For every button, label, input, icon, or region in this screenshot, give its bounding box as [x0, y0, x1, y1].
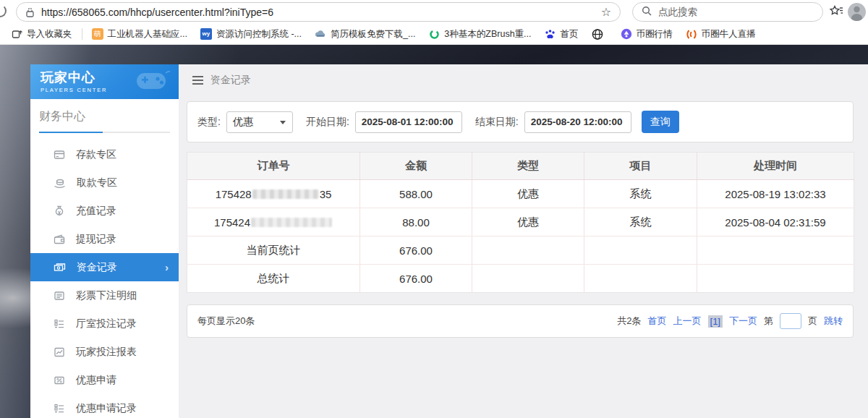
search-icon: [642, 6, 652, 19]
bookmark-label: 首页: [561, 28, 579, 40]
bookmark-label: 资源访问控制系统 -...: [216, 28, 302, 40]
bookmark-star-icon[interactable]: ☆: [601, 5, 611, 19]
sidebar-item-player-bet-report[interactable]: 玩家投注报表: [30, 338, 179, 366]
start-date-input[interactable]: [355, 111, 462, 133]
col-amount: 金额: [360, 153, 472, 180]
gamepad-icon: [134, 70, 171, 98]
breadcrumb: 资金记录: [179, 64, 868, 96]
meng-orange-icon: 萌: [92, 28, 103, 40]
coupon-icon: [54, 375, 65, 386]
players-center-logo: 玩家中心 PLAYERS CENTER: [30, 64, 179, 99]
sidebar-item-label: 优惠申请记录: [76, 402, 137, 415]
sidebar-item-deposit-zone[interactable]: 存款专区: [30, 140, 179, 169]
fund-records-table: 订单号 金额 类型 项目 处理时间 17542835 588.00 优惠 系统 …: [187, 152, 854, 293]
table-header-row: 订单号 金额 类型 项目 处理时间: [187, 153, 854, 180]
sidebar-item-promo-apply-records[interactable]: 优惠申请记录: [30, 394, 179, 418]
page-background: 玩家中心 PLAYERS CENTER 财务中心 存款专区 取款专区 充值记录 …: [0, 45, 868, 418]
wallet-icon: [54, 234, 65, 245]
profile-avatar[interactable]: [848, 3, 866, 21]
end-date-label: 结束日期:: [475, 116, 519, 129]
section-divider: [39, 132, 170, 133]
money-bag-icon: [54, 205, 65, 217]
sidebar-item-label: 厅室投注记录: [76, 317, 137, 330]
table-row: 17542835 588.00 优惠 系统 2025-08-19 13:02:3…: [187, 180, 854, 208]
globe-icon: [592, 28, 603, 40]
total-count: 共2条: [617, 315, 641, 328]
jump-page-input[interactable]: [780, 313, 801, 329]
bookmark-item[interactable]: 3种基本的ZBrush重...: [422, 28, 537, 40]
sidebar-item-lottery-bet-details[interactable]: 彩票下注明细: [30, 281, 179, 310]
menu-toggle-icon[interactable]: [192, 76, 203, 85]
search-box[interactable]: 点此搜索: [632, 2, 823, 22]
pagination-bar: 每页显示20条 共2条 首页 上一页 [1] 下一页 第 页 跳转: [187, 304, 854, 338]
summary-row-total: 总统计 676.00: [187, 265, 854, 293]
baidu-paw-icon: [545, 28, 556, 40]
sidebar-item-fund-records[interactable]: 资金记录 ›: [30, 253, 179, 281]
bookmark-label: 简历模板免费下载_...: [331, 28, 415, 40]
summary-amount: 676.00: [360, 236, 472, 265]
cloud-icon: [315, 28, 326, 40]
col-order-no: 订单号: [187, 153, 360, 180]
project-cell: 系统: [584, 208, 697, 236]
type-cell: 优惠: [472, 180, 584, 208]
report-chart-icon: [54, 346, 65, 358]
bookmark-item[interactable]: 币圈行情: [614, 28, 679, 40]
sidebar-item-hall-bet-records[interactable]: 厅室投注记录: [30, 310, 179, 338]
bookmark-item[interactable]: 首页: [538, 28, 585, 40]
masked-digits: [252, 189, 319, 199]
search-placeholder: 点此搜索: [658, 6, 697, 19]
list-icon: [54, 403, 65, 414]
first-page-link[interactable]: 首页: [648, 315, 667, 328]
bookmark-item[interactable]: 简历模板免费下载_...: [308, 28, 422, 40]
order-no-cell: 175424: [187, 208, 360, 236]
current-page[interactable]: [1]: [708, 315, 723, 328]
bookmark-item[interactable]: 币圈牛人直播: [679, 28, 762, 40]
table-row: 175424 88.00 优惠 系统 2025-08-04 02:31:59: [187, 208, 854, 236]
jump-prefix: 第: [764, 315, 773, 328]
sidebar-item-label: 提现记录: [76, 233, 116, 246]
sidebar-section-title: 财务中心: [30, 99, 179, 132]
bookmark-label: 导入收藏夹: [27, 28, 72, 40]
green-ring-icon: [428, 28, 440, 40]
end-date-input[interactable]: [524, 111, 631, 133]
prev-page-link[interactable]: 上一页: [673, 315, 702, 328]
summary-amount: 676.00: [360, 265, 472, 293]
reload-icon[interactable]: [0, 4, 7, 17]
sidebar-item-promo-apply[interactable]: 优惠申请: [30, 366, 179, 394]
sidebar-item-label: 玩家投注报表: [76, 346, 137, 359]
time-cell: 2025-08-04 02:31:59: [697, 208, 854, 236]
jump-button[interactable]: 跳转: [824, 315, 843, 328]
col-type: 类型: [472, 153, 584, 180]
start-date-label: 开始日期:: [306, 116, 349, 129]
sidebar-item-label: 充值记录: [76, 205, 116, 218]
project-cell: 系统: [584, 180, 697, 208]
chevron-right-icon: ›: [165, 261, 169, 273]
banknote-icon: [54, 262, 66, 273]
list-doc-icon: [54, 290, 65, 302]
amount-cell: 88.00: [360, 208, 472, 236]
bookmark-item[interactable]: wy 资源访问控制系统 -...: [194, 28, 308, 40]
url-bar[interactable]: https://658065.com/hhcp/usercenter.html?…: [16, 2, 621, 22]
main-content: 资金记录 类型: 优惠 开始日期: 结束日期: 查询 订单号 金额 类型 项目 …: [179, 64, 868, 418]
bookmark-label: 币圈行情: [637, 28, 673, 40]
next-page-link[interactable]: 下一页: [729, 315, 757, 328]
sidebar-item-label: 存款专区: [76, 148, 116, 161]
sidebar-item-withdraw-records[interactable]: 提现记录: [30, 225, 179, 253]
wy-blue-icon: wy: [200, 28, 212, 40]
bookmark-import[interactable]: 导入收藏夹: [4, 28, 79, 40]
sidebar-item-withdraw-zone[interactable]: 取款专区: [30, 169, 179, 197]
type-select[interactable]: 优惠: [226, 111, 293, 133]
sidebar-item-label: 取款专区: [77, 176, 117, 189]
sidebar-item-recharge-records[interactable]: 充值记录: [30, 197, 179, 225]
query-button[interactable]: 查询: [642, 111, 679, 133]
bookmarks-separator: [82, 28, 82, 40]
summary-row-page: 当前页统计 676.00: [187, 236, 854, 265]
favorites-list-icon[interactable]: [829, 4, 845, 20]
hand-coin-icon: [54, 177, 66, 189]
time-cell: 2025-08-19 13:02:33: [697, 180, 854, 208]
bookmark-label: 币圈牛人直播: [702, 28, 756, 40]
bookmark-item[interactable]: 萌 工业机器人基础应...: [85, 28, 194, 40]
sidebar-item-label: 优惠申请: [76, 374, 116, 387]
bookmark-globe[interactable]: [585, 28, 614, 40]
url-text[interactable]: https://658065.com/hhcp/usercenter.html?…: [41, 7, 601, 18]
